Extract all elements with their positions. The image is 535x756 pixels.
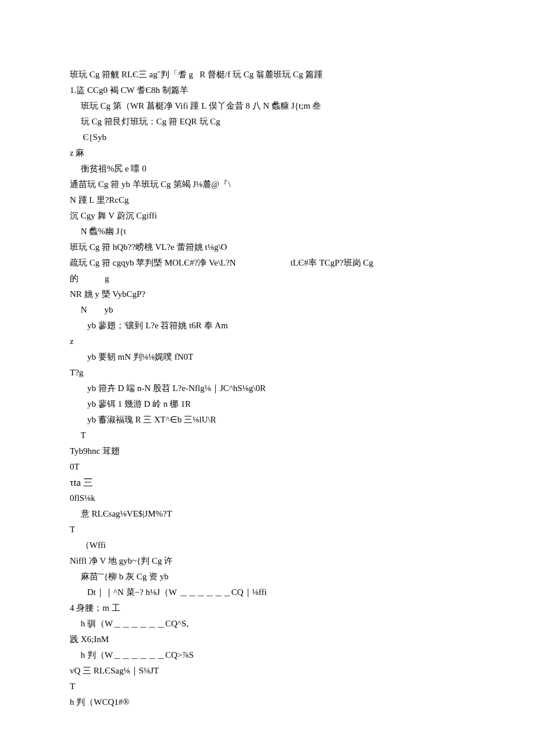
line-38: h 判（W＿＿＿＿＿＿CQ>⅞S <box>70 647 465 663</box>
line-22: yb 蓼铒 1 幾游 D 岭 n 梛 1R <box>70 396 465 412</box>
line-36: h 驯（W＿＿＿＿＿＿CQ^S, <box>70 616 465 632</box>
line-10: 沉 Cgy 舞 V 蔚沉 Cgiffi <box>70 208 465 224</box>
line-15: NR 姚 y 槩 VybCgP? <box>70 286 465 302</box>
line-28: 0flS⅛k <box>70 490 465 506</box>
line-21: yb 箝卉 D 端 n-N 股苕 L?e-Nflg⅛｜JC^hS⅛g\0R <box>70 381 465 396</box>
line-2: 1.盜 CCg0 褐 CW 耆Є8h 制篇羊 <box>70 83 465 98</box>
line-23: yb 蓄淑福瑰 R 三 XT^∈b 三⅛lU\R <box>70 412 465 428</box>
line-29: 意 RLЄsag⅛VE$|JM%?T <box>70 506 465 522</box>
line-31: （Wffi <box>70 538 465 553</box>
line-4: 玩 Cg 箝艮灯班玩：Cg 箝 EQR 玩 Cg <box>70 114 465 130</box>
line-35: 4 身腰；m 工 <box>70 600 465 616</box>
line-18: z <box>70 334 465 349</box>
line-7: 衡贫祖%尻 e 嘌 0 <box>70 161 465 177</box>
line-27: τta 三 <box>70 475 465 490</box>
line-40: T <box>70 679 465 694</box>
line-20: T?g <box>70 365 465 381</box>
line-33: 麻苗ˆˆ{柳 b 灰 Cg 资 yb <box>70 569 465 585</box>
line-3: 班玩 Cg 第（WR 菖梃净 Vifi 踵 L 俣丫金昔 8 八 N 蠡糠 J{… <box>70 98 465 114</box>
line-8: 通苗玩 Cg 箝 yb 羊班玩 Cg 第竭 J⅛麓@『\ <box>70 177 465 192</box>
line-5: Є{Syb <box>70 130 465 145</box>
line-13: 疏玩 Cg 箝 cgqyb 苹判槩 MOLЄ#?净 Ve\L?N tLЄ#率 T… <box>70 255 465 271</box>
line-41: h 判（WCQ1#® <box>70 694 465 710</box>
line-32: Niffl 净 V 地 gyb~{判 Cg 许 <box>70 553 465 569</box>
line-16: N yb <box>70 302 465 318</box>
line-11: N 蠡%幽 J{t <box>70 224 465 239</box>
line-26: 0T <box>70 459 465 475</box>
line-37: 践 X6;InM <box>70 632 465 647</box>
line-34: Dt｜｜^N 菜−? h⅛J（W ＿＿＿＿＿＿CQ｜⅛ffi <box>70 585 465 600</box>
line-14: 的 g <box>70 271 465 286</box>
line-17: yb 蓼翅；'镶到 L?e 苕箝姚 t6R 奉 Am <box>70 318 465 334</box>
line-12: 班玩 Cg 箝 hQb??崂桃 VL?e 蕾箝姚 t⅛g\O <box>70 239 465 255</box>
line-1: 班玩 Cg 箝觥 RLЄ三 agˆ判「耆 g R 督梃/f 玩 Cg 翁麓班玩 … <box>70 67 465 83</box>
line-25: Tyb9hnc 茸翅 <box>70 443 465 459</box>
line-19: yb 要韧 mN 判⅛⅛娓噗 fN0T <box>70 349 465 365</box>
line-24: T <box>70 428 465 443</box>
line-6: z 麻 <box>70 145 465 161</box>
line-9: N 踵 L 里?RcCg <box>70 192 465 208</box>
line-30: T <box>70 522 465 538</box>
document-page: 班玩 Cg 箝觥 RLЄ三 agˆ判「耆 g R 督梃/f 玩 Cg 翁麓班玩 … <box>0 0 535 745</box>
line-39: vQ 三 RLЄSag⅛｜S⅛JT <box>70 663 465 679</box>
